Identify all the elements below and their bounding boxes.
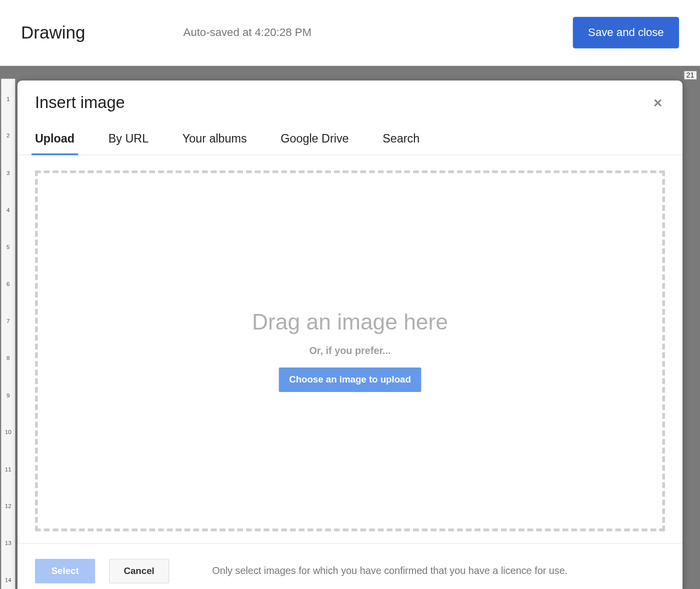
modal-footer: Select Cancel Only select images for whi…: [18, 543, 682, 589]
modal-title: Insert image: [35, 94, 125, 112]
ruler-tick: 3: [2, 170, 14, 176]
ruler-tick: 14: [2, 578, 14, 584]
upload-dropzone[interactable]: Drag an image here Or, if you prefer... …: [35, 170, 665, 532]
ruler-tick: 2: [2, 134, 14, 140]
app-title: Drawing: [21, 23, 85, 43]
choose-image-button[interactable]: Choose an image to upload: [278, 368, 422, 392]
licence-note: Only select images for which you have co…: [212, 566, 568, 577]
ruler-tick: 10: [2, 430, 14, 436]
ruler-tick: 4: [2, 208, 14, 214]
autosave-status: Auto-saved at 4:20:28 PM: [184, 26, 312, 40]
ruler-tick: 12: [2, 504, 14, 510]
ruler-tick: 13: [2, 540, 14, 546]
drawing-header: Drawing Auto-saved at 4:20:28 PM Save an…: [0, 0, 700, 66]
ruler-tick: 6: [2, 282, 14, 288]
tab-your-albums[interactable]: Your albums: [182, 132, 247, 155]
tab-by-url[interactable]: By URL: [108, 132, 148, 155]
ruler-tick: 7: [2, 318, 14, 324]
vertical-ruler: 1 2 3 4 5 6 7 8 9 10 11 12 13 14: [1, 79, 15, 589]
select-button[interactable]: Select: [35, 559, 95, 584]
ruler-tick: 8: [2, 356, 14, 362]
modal-tabs: Upload By URL Your albums Google Drive S…: [18, 118, 682, 156]
tab-google-drive[interactable]: Google Drive: [280, 132, 348, 155]
save-and-close-button[interactable]: Save and close: [573, 17, 679, 48]
drag-instruction: Drag an image here: [252, 310, 448, 335]
ruler-tick: 5: [2, 244, 14, 250]
tab-search[interactable]: Search: [382, 132, 420, 155]
ruler-tick: 9: [2, 392, 14, 398]
horizontal-ruler-tick: 21: [684, 71, 696, 79]
ruler-tick: 1: [2, 96, 14, 102]
ruler-tick: 11: [2, 466, 14, 472]
insert-image-modal: Insert image ✕ Upload By URL Your albums…: [18, 80, 682, 589]
cancel-button[interactable]: Cancel: [109, 559, 169, 584]
tab-upload[interactable]: Upload: [35, 132, 74, 155]
close-icon[interactable]: ✕: [650, 94, 665, 111]
modal-header: Insert image ✕: [18, 80, 682, 118]
or-text: Or, if you prefer...: [309, 346, 390, 357]
